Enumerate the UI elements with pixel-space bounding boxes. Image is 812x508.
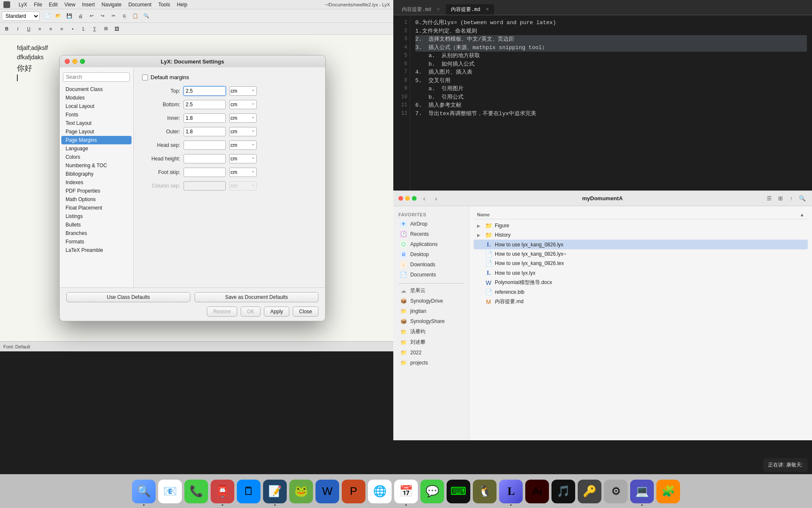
- fav-synology[interactable]: 📦 SynologyDrive: [395, 296, 467, 306]
- insert-fig-btn[interactable]: 🖼: [112, 24, 122, 33]
- head-height-input[interactable]: [184, 154, 226, 163]
- head-sep-input[interactable]: [184, 141, 226, 150]
- menu-lyx[interactable]: LyX: [19, 2, 27, 8]
- align-center-btn[interactable]: ≡: [46, 24, 56, 33]
- use-class-defaults-button[interactable]: Use Class Defaults: [66, 292, 190, 302]
- sidebar-item-bullets[interactable]: Bullets: [61, 221, 132, 229]
- file-item-lyx-simple[interactable]: 𝐋 How to use lyx.lyx: [474, 268, 808, 278]
- default-margins-checkbox[interactable]: [142, 75, 148, 80]
- fav-desktop[interactable]: 🖥 Desktop: [395, 249, 467, 260]
- dock-keychain[interactable]: 🔑: [578, 480, 601, 503]
- menu-help[interactable]: Help: [177, 2, 187, 8]
- menu-tools[interactable]: Tools: [158, 2, 170, 8]
- head-height-unit-select[interactable]: cminmm: [229, 154, 257, 163]
- find-btn[interactable]: 🔍: [141, 11, 151, 21]
- fav-downloads[interactable]: ↓ Downloads: [395, 260, 467, 270]
- file-list-view-btn[interactable]: ☰: [765, 194, 774, 203]
- cut-btn[interactable]: ✂: [108, 11, 118, 21]
- file-item-tex[interactable]: 📄 How to use lyx_kang_0826.tex: [474, 259, 808, 268]
- sidebar-item-numbering-toc[interactable]: Numbering & TOC: [61, 161, 132, 170]
- file-column-view-btn[interactable]: ⊞: [776, 194, 785, 203]
- fav-jiguoyun[interactable]: ☁ 坚果云: [395, 285, 467, 296]
- inner-input[interactable]: [184, 113, 226, 123]
- foot-skip-input[interactable]: [184, 168, 226, 177]
- sidebar-item-pdf-properties[interactable]: PDF Properties: [61, 187, 132, 195]
- fav-jingtian[interactable]: 📁 jingtian: [395, 306, 467, 316]
- menu-edit[interactable]: Edit: [49, 2, 58, 8]
- open-btn[interactable]: 📂: [53, 11, 63, 21]
- copy-btn[interactable]: ⎘: [119, 11, 129, 21]
- sidebar-item-page-margins[interactable]: Page Margins: [61, 136, 132, 144]
- style-select[interactable]: Standard: [2, 11, 40, 21]
- code-tab-1-close[interactable]: ×: [437, 7, 440, 13]
- save-document-defaults-button[interactable]: Save as Document Defaults: [195, 292, 318, 302]
- file-item-lyx-kang[interactable]: 𝐋 How to use lyx_kang_0826.lyx: [474, 240, 808, 249]
- code-tab-2[interactable]: 内容提要.md ×: [446, 4, 494, 15]
- dock-mn5[interactable]: 📝: [263, 480, 287, 503]
- sidebar-item-language[interactable]: Language: [61, 144, 132, 153]
- italic-btn[interactable]: I: [13, 24, 23, 33]
- dock-messages[interactable]: 💬: [420, 480, 444, 503]
- dialog-minimize-traffic[interactable]: [72, 59, 77, 64]
- dock-mattermost[interactable]: 🐧: [473, 480, 497, 503]
- bold-btn[interactable]: B: [2, 24, 12, 33]
- bullet-btn[interactable]: •: [68, 24, 78, 33]
- dock-outlook[interactable]: 🗒: [237, 480, 261, 503]
- dock-zotero[interactable]: 📮: [211, 480, 234, 503]
- bottom-unit-select[interactable]: cminmm: [229, 100, 257, 109]
- dock-prefs[interactable]: ⚙: [604, 480, 628, 503]
- ok-button[interactable]: OK: [241, 306, 261, 317]
- code-tab-1[interactable]: 内容提要.md ×: [397, 4, 445, 15]
- paste-btn[interactable]: 📋: [130, 11, 140, 21]
- sidebar-item-document-class[interactable]: Document Class: [61, 85, 132, 94]
- file-search-btn[interactable]: 🔍: [798, 194, 807, 203]
- sidebar-search-input[interactable]: [63, 72, 130, 82]
- top-unit-select[interactable]: cminmm: [229, 86, 257, 96]
- number-btn[interactable]: 1.: [79, 24, 89, 33]
- sidebar-item-listings[interactable]: Listings: [61, 212, 132, 221]
- sidebar-item-math-options[interactable]: Math Options: [61, 195, 132, 204]
- sidebar-item-local-layout[interactable]: Local Layout: [61, 102, 132, 110]
- fav-synology-share[interactable]: 📦 SynologyShare: [395, 316, 467, 326]
- insert-table-btn[interactable]: ⊞: [101, 24, 111, 33]
- menu-insert[interactable]: Insert: [82, 2, 95, 8]
- sidebar-item-colors[interactable]: Colors: [61, 153, 132, 161]
- print-btn[interactable]: 🖨: [75, 11, 85, 21]
- dock-phone[interactable]: 📞: [184, 480, 208, 503]
- dock-calendar[interactable]: 📅: [394, 480, 418, 503]
- foot-skip-unit-select[interactable]: cminmm: [229, 168, 257, 177]
- file-close-btn[interactable]: [398, 196, 403, 201]
- top-input[interactable]: [184, 86, 226, 96]
- file-item-bib[interactable]: 📄 reference.bib: [474, 287, 808, 297]
- restore-button[interactable]: Restore: [207, 306, 237, 317]
- file-item-lyx-kang-backup[interactable]: 📄 How to use lyx_kang_0826.lyx~: [474, 249, 808, 259]
- sidebar-item-formats[interactable]: Formats: [61, 237, 132, 246]
- sidebar-item-bibliography[interactable]: Bibliography: [61, 170, 132, 178]
- align-right-btn[interactable]: ≡: [57, 24, 67, 33]
- sidebar-item-text-layout[interactable]: Text Layout: [61, 119, 132, 127]
- dock-terminal[interactable]: ⌨: [447, 480, 470, 503]
- sidebar-item-float-placement[interactable]: Float Placement: [61, 204, 132, 212]
- math-btn[interactable]: ∑: [90, 24, 100, 33]
- dock-word[interactable]: W: [315, 480, 339, 503]
- save-btn[interactable]: 💾: [64, 11, 74, 21]
- file-item-docx[interactable]: W Polynomial模型推导.docx: [474, 278, 808, 287]
- dock-illustrator[interactable]: Ai: [525, 480, 549, 503]
- file-item-history[interactable]: ▶ 📁 History: [474, 230, 808, 240]
- dock-finder[interactable]: 🔍: [132, 480, 156, 503]
- sidebar-item-branches[interactable]: Branches: [61, 229, 132, 237]
- menu-view[interactable]: View: [64, 2, 75, 8]
- fav-2022[interactable]: 📁 2022: [395, 348, 467, 358]
- inner-unit-select[interactable]: cminmm: [229, 113, 257, 123]
- file-share-btn[interactable]: ↑: [787, 194, 796, 203]
- code-content[interactable]: 0.为什么用lyx= (between word and pure latex)…: [410, 15, 812, 190]
- menu-navigate[interactable]: Navigate: [102, 2, 121, 8]
- file-item-md[interactable]: M 内容提要.md: [474, 297, 808, 306]
- sidebar-item-fonts[interactable]: Fonts: [61, 110, 132, 119]
- dock-ppt[interactable]: P: [342, 480, 365, 503]
- close-button[interactable]: Close: [293, 306, 318, 317]
- new-file-btn[interactable]: 📄: [42, 11, 52, 21]
- apply-button[interactable]: Apply: [264, 306, 289, 317]
- fav-recents[interactable]: 🕐 Recents: [395, 229, 467, 239]
- fav-projects[interactable]: 📁 projects: [395, 358, 467, 368]
